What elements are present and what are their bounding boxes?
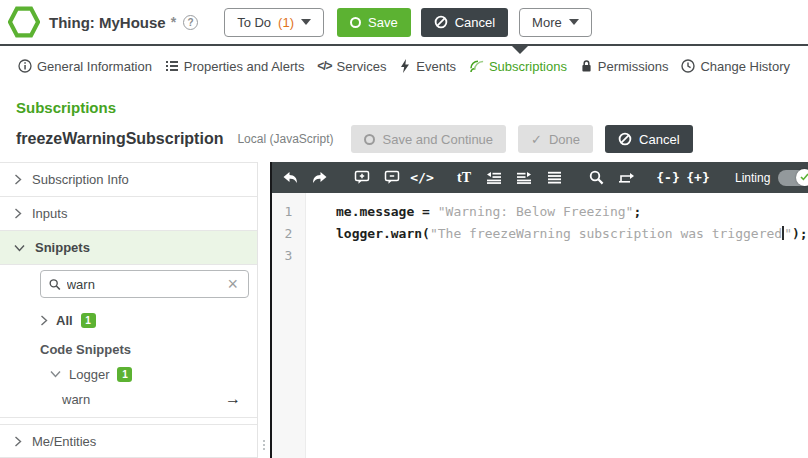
snippet-sidebar: Subscription Info Inputs Snippets — [0, 162, 258, 458]
insert-snippet-arrow-icon[interactable]: → — [225, 390, 241, 408]
chevron-down-icon — [14, 244, 25, 252]
lightning-icon — [399, 59, 411, 73]
fold-collapse-icon[interactable]: {-} — [659, 167, 677, 189]
search-icon[interactable] — [587, 167, 605, 189]
clear-search-icon[interactable]: × — [225, 275, 240, 293]
code-icon: </> — [317, 59, 331, 73]
rss-icon — [469, 59, 484, 73]
section-subscription-info[interactable]: Subscription Info — [0, 162, 257, 196]
remove-comment-icon[interactable] — [383, 167, 401, 189]
font-size-icon[interactable]: tT — [455, 167, 473, 189]
line-number: 3 — [272, 245, 305, 267]
undo-icon[interactable] — [281, 167, 299, 189]
subscription-name: freezeWarningSubscription — [16, 130, 223, 148]
todo-label: To Do — [237, 15, 271, 30]
tab-subscriptions[interactable]: Subscriptions — [469, 59, 567, 74]
tab-change-history[interactable]: Change History — [681, 59, 790, 74]
check-icon — [800, 173, 808, 181]
line-number: 1 — [272, 201, 305, 223]
lock-icon — [580, 59, 593, 73]
count-badge: 1 — [81, 313, 96, 328]
save-circle-icon — [350, 17, 361, 28]
search-icon — [49, 278, 61, 291]
pane-resize-handle[interactable] — [263, 440, 265, 450]
chevron-right-icon — [14, 174, 22, 185]
code-snippets-heading: Code Snippets — [0, 342, 257, 362]
redo-icon[interactable] — [311, 167, 329, 189]
list-icon — [165, 59, 179, 73]
code-line-2: logger.warn("The freezeWarning subscript… — [336, 223, 808, 245]
help-icon[interactable]: ? — [183, 15, 198, 30]
unsaved-marker: * — [171, 14, 176, 30]
find-replace-icon[interactable] — [617, 167, 635, 189]
save-label: Save — [368, 15, 398, 30]
toggle-knob — [796, 169, 808, 186]
indent-icon[interactable] — [515, 167, 533, 189]
tab-permissions[interactable]: Permissions — [580, 59, 669, 74]
todo-count: (1) — [278, 15, 294, 30]
subscription-toolbar: freezeWarningSubscription Local (JavaScr… — [16, 125, 792, 153]
format-lines-icon[interactable] — [545, 167, 563, 189]
tab-general-information[interactable]: General Information — [18, 59, 152, 74]
clock-icon — [681, 59, 695, 73]
cancel-label: Cancel — [455, 15, 495, 30]
editor-toolbar: </> tT — [272, 162, 808, 193]
add-comment-icon[interactable] — [353, 167, 371, 189]
tab-events[interactable]: Events — [399, 59, 456, 74]
chevron-down-icon — [301, 19, 311, 25]
chevron-right-icon — [40, 315, 48, 326]
section-me-entities[interactable]: Me/Entities — [0, 424, 257, 458]
tab-services[interactable]: </> Services — [317, 59, 386, 74]
linting-toggle[interactable] — [778, 170, 808, 186]
linting-control: Linting — [735, 170, 808, 186]
fold-expand-icon[interactable]: {+} — [689, 167, 707, 189]
active-tab-pointer — [512, 46, 528, 54]
entity-tabbar: General Information Properties and Alert… — [0, 46, 808, 86]
main-content: Subscription Info Inputs Snippets — [0, 162, 808, 458]
cancel-button[interactable]: Cancel — [421, 8, 508, 37]
entity-title: Thing: MyHouse * ? — [49, 14, 198, 31]
subscription-cancel-button[interactable]: Cancel — [605, 125, 692, 153]
code-editor: </> tT — [270, 162, 808, 458]
tab-properties-and-alerts[interactable]: Properties and Alerts — [165, 59, 305, 74]
section-inputs[interactable]: Inputs — [0, 196, 257, 230]
chevron-right-icon — [14, 436, 22, 447]
snippet-warn[interactable]: warn → — [0, 386, 257, 412]
subscription-type: Local (JavaScript) — [237, 132, 333, 146]
chevron-down-icon — [50, 370, 61, 378]
save-button[interactable]: Save — [337, 8, 411, 37]
chevron-down-icon — [569, 19, 579, 25]
subscriptions-heading: Subscriptions — [16, 99, 808, 116]
count-badge: 1 — [117, 367, 132, 382]
cancel-slash-icon — [434, 15, 448, 29]
chevron-right-icon — [14, 208, 22, 219]
thingworx-logo-icon — [8, 6, 40, 38]
outdent-icon[interactable] — [485, 167, 503, 189]
header: Thing: MyHouse * ? To Do (1) Save Cancel… — [0, 0, 808, 44]
done-button[interactable]: ✓ Done — [518, 125, 593, 153]
section-snippets[interactable]: Snippets — [0, 230, 257, 264]
linting-label: Linting — [735, 171, 770, 185]
editor-body: 1 2 3 me.message = "Warning: Below Freez… — [272, 193, 808, 458]
save-circle-icon — [364, 134, 375, 145]
more-dropdown[interactable]: More — [519, 8, 592, 37]
thingworx-composer: Thing: MyHouse * ? To Do (1) Save Cancel… — [0, 0, 808, 458]
snippet-search: × — [40, 270, 249, 298]
tree-node-logger[interactable]: Logger 1 — [0, 362, 257, 386]
info-icon — [18, 59, 32, 73]
save-and-continue-button[interactable]: Save and Continue — [351, 125, 506, 153]
todo-dropdown[interactable]: To Do (1) — [224, 8, 324, 37]
code-area[interactable]: me.message = "Warning: Below Freezing"; … — [306, 193, 808, 458]
code-line-1: me.message = "Warning: Below Freezing"; — [336, 201, 808, 223]
code-line-3 — [336, 245, 808, 267]
search-input[interactable] — [67, 277, 226, 292]
insert-code-icon[interactable]: </> — [413, 167, 431, 189]
tree-node-all[interactable]: All 1 — [0, 308, 257, 332]
page-title: Thing: MyHouse — [49, 14, 166, 31]
line-number-gutter: 1 2 3 — [272, 193, 306, 458]
snippets-panel: × All 1 Code Snippets Logger 1 — [0, 264, 257, 418]
cancel-slash-icon — [618, 132, 632, 146]
line-number: 2 — [272, 223, 305, 245]
check-icon: ✓ — [531, 132, 542, 147]
more-label: More — [532, 15, 562, 30]
